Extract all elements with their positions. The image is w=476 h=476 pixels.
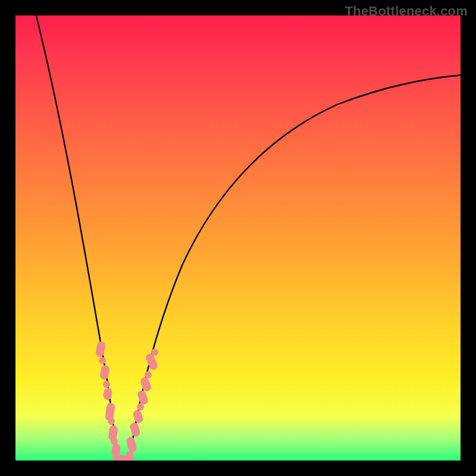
marker-point — [108, 418, 115, 425]
marker-point — [145, 371, 152, 378]
bottleneck-curve — [15, 15, 461, 461]
marker-point — [103, 381, 110, 388]
marker-point — [99, 357, 106, 364]
marker-point — [151, 349, 158, 356]
watermark-text: TheBottleneck.com — [345, 4, 468, 19]
chart-plot-area — [15, 15, 461, 461]
right-branch-path — [129, 75, 461, 461]
